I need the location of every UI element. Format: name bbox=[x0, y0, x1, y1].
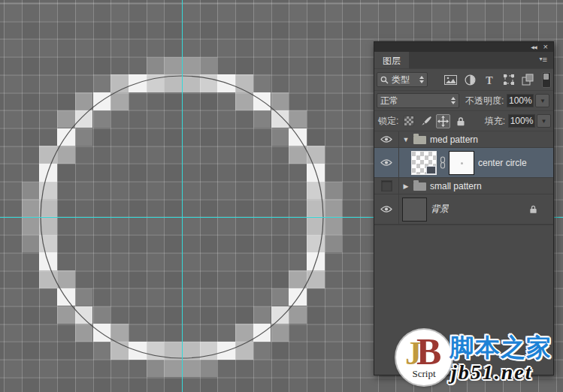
opacity-label: 不透明度: bbox=[465, 95, 504, 107]
lock-row: 锁定: bbox=[374, 111, 553, 131]
filter-pixel-layers-button[interactable] bbox=[444, 73, 457, 86]
lock-all-button[interactable] bbox=[453, 114, 468, 128]
fill-label: 填充: bbox=[485, 115, 505, 128]
fill-value-field[interactable]: 100% bbox=[508, 114, 535, 128]
blend-mode-select[interactable]: 正常 bbox=[377, 93, 459, 108]
shape-icon bbox=[503, 74, 515, 86]
layer-name[interactable]: med pattern bbox=[430, 134, 478, 145]
layer-name[interactable]: center circle bbox=[478, 158, 527, 168]
filter-shape-layers-button[interactable] bbox=[502, 73, 515, 86]
layers-panel: ◀◀ × 图层 ▾≡ 类型 bbox=[374, 41, 554, 375]
photoshop-workspace: ◀◀ × 图层 ▾≡ 类型 bbox=[0, 0, 563, 392]
lock-icon bbox=[456, 116, 465, 126]
visibility-toggle[interactable] bbox=[374, 178, 399, 194]
text-icon: T bbox=[484, 75, 495, 85]
adjustment-icon bbox=[465, 74, 476, 86]
lock-image-button[interactable] bbox=[419, 114, 433, 128]
background-lock bbox=[529, 204, 537, 214]
panel-tab-strip: 图层 ▾≡ bbox=[374, 52, 553, 69]
visibility-toggle[interactable] bbox=[374, 148, 399, 177]
layer-row-med-pattern[interactable]: ▼ med pattern bbox=[374, 131, 553, 148]
close-panel-icon[interactable]: × bbox=[543, 43, 548, 51]
blend-mode-value: 正常 bbox=[380, 95, 398, 107]
panel-menu-icon[interactable]: ▾≡ bbox=[540, 55, 547, 64]
fill-dropdown-button[interactable]: ▼ bbox=[537, 114, 551, 128]
combo-spinner-icon bbox=[419, 76, 424, 83]
move-icon bbox=[437, 116, 449, 127]
layer-thumbnail[interactable] bbox=[402, 198, 427, 222]
layer-mask-thumbnail[interactable] bbox=[449, 151, 474, 175]
link-mask-icon bbox=[440, 156, 446, 169]
opacity-dropdown-button[interactable]: ▼ bbox=[535, 94, 549, 107]
filter-type-select[interactable]: 类型 bbox=[377, 72, 428, 87]
brush-icon bbox=[421, 116, 431, 126]
layer-filter-row: 类型 T bbox=[374, 69, 553, 91]
combo-spinner-icon bbox=[451, 97, 456, 104]
filter-smart-objects-button[interactable] bbox=[522, 73, 534, 86]
lock-buttons bbox=[401, 114, 468, 128]
smart-object-icon bbox=[522, 74, 534, 86]
collapse-panel-icon[interactable]: ◀◀ bbox=[531, 45, 536, 50]
visibility-toggle[interactable] bbox=[374, 131, 399, 147]
lock-label: 锁定: bbox=[378, 115, 398, 128]
layer-row-center-circle[interactable]: center circle bbox=[374, 148, 553, 178]
lock-icon bbox=[529, 204, 537, 214]
expand-triangle-icon[interactable]: ▼ bbox=[402, 136, 410, 143]
transparency-checker-icon bbox=[404, 116, 414, 126]
search-icon bbox=[380, 76, 389, 84]
filter-type-label: 类型 bbox=[392, 74, 410, 86]
layer-row-small-pattern[interactable]: ▶ small pattern bbox=[374, 178, 553, 194]
layer-name[interactable]: small pattern bbox=[430, 181, 482, 191]
eye-icon bbox=[380, 158, 392, 167]
layer-name[interactable]: 背景 bbox=[431, 203, 449, 216]
opacity-value-field[interactable]: 100% bbox=[507, 94, 534, 107]
layer-thumbnail[interactable] bbox=[411, 151, 437, 175]
folder-closed-icon bbox=[413, 182, 426, 191]
eye-icon bbox=[380, 135, 392, 143]
filter-adjustment-layers-button[interactable] bbox=[464, 73, 477, 86]
hidden-eye-well bbox=[381, 180, 392, 191]
lock-position-button[interactable] bbox=[436, 114, 450, 128]
tab-layers[interactable]: 图层 bbox=[374, 52, 409, 68]
filter-type-layers-button[interactable]: T bbox=[483, 73, 495, 86]
vertical-guide[interactable] bbox=[182, 0, 183, 392]
layer-list: ▼ med pattern bbox=[374, 131, 553, 225]
eye-icon bbox=[380, 205, 392, 213]
visibility-toggle[interactable] bbox=[374, 194, 399, 224]
folder-open-icon bbox=[413, 136, 426, 144]
filtering-toggle-switch[interactable] bbox=[542, 72, 551, 88]
svg-text:T: T bbox=[486, 75, 493, 85]
image-icon bbox=[444, 75, 457, 85]
blend-mode-row: 正常 不透明度: 100% ▼ bbox=[374, 91, 553, 111]
panel-header: ◀◀ × bbox=[374, 42, 553, 52]
lock-transparency-button[interactable] bbox=[401, 114, 416, 128]
layer-row-background[interactable]: 背景 bbox=[374, 194, 553, 225]
expand-triangle-icon[interactable]: ▶ bbox=[402, 182, 410, 190]
